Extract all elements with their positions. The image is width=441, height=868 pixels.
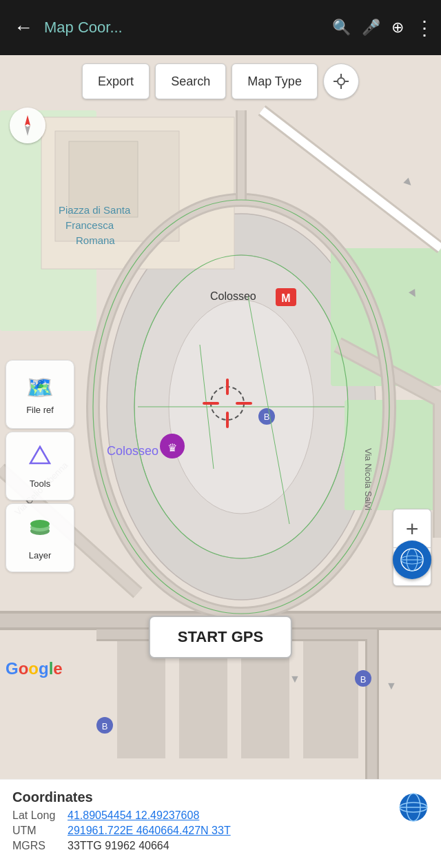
app-header: ← Map Coor... 🔍 🎤 ⊕ ⋮ [0,0,441,55]
layer-icon [28,516,52,546]
svg-marker-50 [25,125,30,136]
export-button[interactable]: Export [82,63,150,99]
search-button[interactable]: Search [155,63,226,99]
svg-text:▼: ▼ [386,680,397,692]
map-toolbar: Export Search Map Type [0,63,441,99]
lat-long-value[interactable]: 41.89054454 12.49237608 [68,809,199,822]
layer-button[interactable]: Layer [6,503,74,572]
svg-text:B: B [360,674,367,685]
svg-marker-49 [25,115,30,125]
my-location-button[interactable] [323,63,359,99]
svg-text:♛: ♛ [167,442,177,454]
file-ref-label: File ref [26,405,54,415]
tools-button[interactable]: Tools [6,432,74,501]
header-actions: 🔍 🎤 ⊕ ⋮ [332,17,433,39]
google-logo: Google [6,656,68,683]
lat-long-label: Lat Long [12,809,59,822]
globe-button[interactable] [393,541,431,579]
svg-text:Colosseo: Colosseo [210,290,256,302]
svg-text:Google: Google [6,659,63,678]
coordinates-title: Coordinates [12,789,93,805]
mic-icon[interactable]: 🎤 [362,19,380,37]
mgrs-label: MGRS [12,840,59,852]
map-view[interactable]: ▼ ▼ ▼ ▼ B B B B M Colosseo Colosseo ♛ Pi… [0,55,441,779]
app-title: Map Coor... [44,19,327,37]
back-button[interactable]: ← [8,11,39,44]
map-type-button[interactable]: Map Type [232,63,318,99]
file-ref-icon: 🗺️ [26,374,54,401]
svg-text:M: M [281,292,290,304]
utm-row: UTM 291961.722E 4640664.427N 33T [12,825,429,837]
lat-long-row: Lat Long 41.89054454 12.49237608 [12,809,429,822]
mgrs-value: 33TTG 91962 40664 [68,840,170,852]
svg-text:Via Nicola Salvi: Via Nicola Salvi [363,448,373,510]
tools-icon [28,444,52,474]
search-icon[interactable]: 🔍 [332,19,351,37]
svg-text:Romana: Romana [76,234,115,246]
more-menu-icon[interactable]: ⋮ [415,17,433,39]
svg-text:Colosseo: Colosseo [107,444,158,458]
svg-text:B: B [264,412,270,422]
tools-label: Tools [30,478,50,489]
svg-text:Francesca: Francesca [65,219,114,231]
mgrs-row: MGRS 33TTG 91962 40664 [12,840,429,852]
file-ref-button[interactable]: 🗺️ File ref [6,360,74,429]
utm-value[interactable]: 291961.722E 4640664.427N 33T [68,825,231,837]
utm-label: UTM [12,825,59,837]
compass-button[interactable] [10,108,45,143]
layer-label: Layer [29,550,52,561]
bottom-panel: Coordinates Lat Long 41.89054454 12.4923… [0,779,441,868]
svg-text:▼: ▼ [289,673,300,685]
svg-point-51 [338,78,345,85]
globe-info-icon[interactable] [398,792,429,825]
zoom-search-icon[interactable]: ⊕ [391,19,404,37]
svg-rect-13 [303,634,358,758]
svg-text:B: B [102,721,108,731]
start-gps-button[interactable]: START GPS [149,616,292,658]
svg-marker-56 [30,447,50,463]
left-panel: 🗺️ File ref Tools Layer [6,360,74,572]
svg-text:Piazza di Santa: Piazza di Santa [59,204,131,216]
svg-point-59 [30,520,50,528]
